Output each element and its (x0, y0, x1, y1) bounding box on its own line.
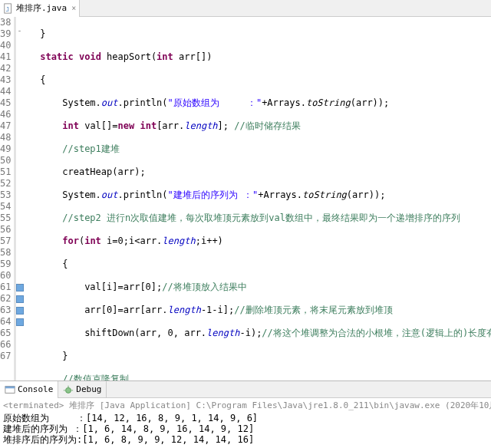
java-file-icon: J (3, 3, 14, 14)
line-number-gutter: 3839404142434445464748495051525354555657… (0, 17, 15, 380)
tab-console[interactable]: Console (0, 381, 58, 398)
console-tab-bar: Console Debug (0, 381, 491, 398)
console-output[interactable]: 原始数组为 ：[14, 12, 16, 8, 9, 1, 14, 9, 6]建堆… (0, 413, 491, 448)
console-icon (5, 384, 15, 395)
svg-text:J: J (6, 5, 10, 12)
console-panel: Console Debug <terminated> 堆排序 [Java App… (0, 380, 491, 448)
bug-icon (63, 384, 74, 395)
file-tab[interactable]: J 堆排序.java × (0, 0, 80, 17)
console-tab-label: Console (18, 384, 53, 394)
editor-tab-bar: J 堆排序.java × (0, 0, 491, 17)
code-area[interactable]: } static void heapSort(int arr[]) { Syst… (16, 17, 491, 380)
file-tab-label: 堆排序.java (16, 2, 67, 14)
svg-point-4 (66, 387, 71, 393)
tab-debug[interactable]: Debug (58, 381, 107, 398)
close-icon[interactable]: × (71, 4, 76, 12)
svg-rect-3 (5, 386, 15, 388)
editor: 3839404142434445464748495051525354555657… (0, 17, 491, 380)
debug-tab-label: Debug (76, 384, 101, 394)
console-process-header: <terminated> 堆排序 [Java Application] C:\P… (0, 398, 491, 413)
